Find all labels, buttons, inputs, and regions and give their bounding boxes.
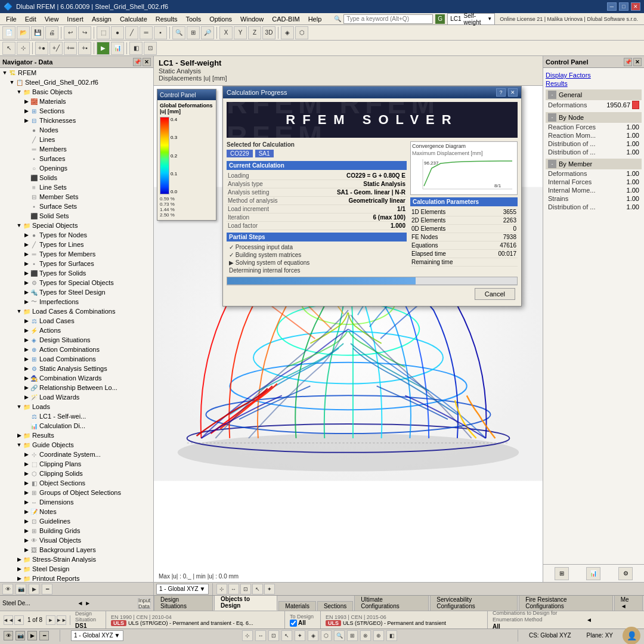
nav-icon-4[interactable]: ━	[42, 584, 52, 595]
user-avatar[interactable]: 👤	[623, 627, 640, 645]
view-3d-btn[interactable]: 3D	[262, 26, 275, 39]
status-mode-combo[interactable]: 1 - Global XYZ ▼	[71, 630, 123, 641]
add-node-btn[interactable]: +●	[35, 42, 48, 55]
tab-design-situations[interactable]: Design Situations	[154, 595, 213, 611]
maximize-button[interactable]: □	[619, 2, 628, 11]
status-icon-3[interactable]: ▶	[27, 631, 37, 640]
bt-3[interactable]: ⊡	[240, 584, 251, 595]
st-10[interactable]: ⊗	[360, 630, 371, 641]
add-line-btn[interactable]: +╱	[49, 42, 63, 55]
status-icon-1[interactable]: 👁	[4, 631, 13, 640]
cp-pin-btn[interactable]: 📌	[624, 58, 632, 66]
cp-results-link[interactable]: Results	[546, 80, 642, 87]
tree-group-selections[interactable]: ▶ ⊞ Groups of Object Selections	[0, 488, 153, 497]
cp-bymember-header[interactable]: - By Member	[546, 159, 642, 169]
nav-pin-btn[interactable]: 📌	[133, 58, 141, 66]
results-btn[interactable]: 📊	[111, 42, 124, 55]
tree-surfsets[interactable]: ▪ Surface Sets	[0, 202, 153, 211]
menu-results[interactable]: Results	[152, 14, 181, 24]
tree-surfaces[interactable]: ▪ Surfaces	[0, 154, 153, 163]
tree-lc1[interactable]: ⚖ LC1 - Self-wei...	[0, 411, 153, 421]
pointer-btn[interactable]: ⊹	[17, 42, 30, 55]
st-8[interactable]: 🔍	[334, 630, 345, 641]
cp-chart-btn[interactable]: 📊	[586, 567, 600, 580]
st-3[interactable]: ⊡	[268, 630, 279, 641]
cp-bynode-header[interactable]: - By Node	[546, 112, 642, 123]
view-y-btn[interactable]: Y	[234, 26, 247, 39]
tree-calc-diagram[interactable]: 📊 Calculation Di...	[0, 421, 153, 431]
page-last-btn[interactable]: ►►	[57, 615, 66, 625]
tree-loads[interactable]: ▼ 📁 Loads	[0, 402, 153, 411]
menu-help[interactable]: Help	[305, 14, 326, 24]
cp-table-btn[interactable]: ⊞	[555, 567, 569, 580]
new-btn[interactable]: 📄	[2, 26, 16, 39]
member-btn[interactable]: ═	[140, 26, 153, 39]
st-7[interactable]: ⬡	[321, 630, 332, 641]
tree-special-objects[interactable]: ▼ 📁 Special Objects	[0, 221, 153, 230]
menu-tools[interactable]: Tools	[182, 14, 205, 24]
tree-guidelines[interactable]: ▶ ⊡ Guidelines	[0, 516, 153, 526]
tab-sections[interactable]: Sections	[317, 601, 353, 611]
viewport[interactable]: Max |u| : 0._ | min |u| : 0.0 mm Calcula…	[154, 86, 543, 582]
tree-types-solids[interactable]: ▶ ⬛ Types for Solids	[0, 268, 153, 278]
tree-types-special[interactable]: ▶ ⚙ Types for Special Objects	[0, 278, 153, 287]
tree-types-members[interactable]: ▶ ═ Types for Members	[0, 249, 153, 259]
bt-5[interactable]: ✦	[264, 584, 275, 595]
tree-types-surfaces[interactable]: ▶ ▪ Types for Surfaces	[0, 259, 153, 268]
minimize-button[interactable]: ─	[607, 2, 617, 11]
cursor-btn[interactable]: ↖	[2, 42, 16, 55]
tab-objects-design[interactable]: Objects to Design	[214, 595, 277, 611]
st-4[interactable]: ↖	[281, 630, 292, 641]
open-btn[interactable]: 📂	[17, 26, 30, 39]
page-prev-btn[interactable]: ◄	[14, 615, 24, 625]
dialog-help-btn[interactable]: ?	[496, 88, 506, 97]
tree-relation[interactable]: ▶ 🔗 Relationship Between Lo...	[0, 383, 153, 392]
page-next-btn[interactable]: ►	[46, 615, 55, 625]
menu-edit[interactable]: Edit	[21, 14, 40, 24]
tree-openings[interactable]: ○ Openings	[0, 163, 153, 173]
tree-types-nodes[interactable]: ▶ ● Types for Nodes	[0, 230, 153, 240]
menu-insert[interactable]: Insert	[63, 14, 87, 24]
tree-combo-wizards[interactable]: ▶ 🧙 Combination Wizards	[0, 373, 153, 383]
nav-icon-1[interactable]: 👁	[2, 584, 13, 595]
st-6[interactable]: ◈	[308, 630, 318, 641]
lc-combo[interactable]: LC1 Self-weight ▼	[447, 13, 495, 25]
menu-window[interactable]: Window	[237, 14, 267, 24]
nav-close-btn[interactable]: ✕	[143, 58, 151, 66]
tree-guide-objects[interactable]: ▼ 📁 Guide Objects	[0, 440, 153, 450]
cp-display-factors-link[interactable]: Display Factors	[546, 72, 642, 79]
tree-load-cases-item[interactable]: ▶ ⚖ Load Cases	[0, 316, 153, 326]
add-surface-btn[interactable]: +▪	[78, 42, 91, 55]
input-data-btn[interactable]: Input Data	[138, 598, 151, 609]
undo-btn[interactable]: ↩	[64, 26, 77, 39]
cancel-button[interactable]: Cancel	[475, 288, 515, 300]
dialog-close-btn[interactable]: ✕	[508, 88, 518, 97]
tree-membersets[interactable]: ⊟ Member Sets	[0, 192, 153, 202]
tree-thicknesses[interactable]: ▶ ⊟ Thicknesses	[0, 116, 153, 125]
st-9[interactable]: ⊞	[347, 630, 358, 641]
tree-printout[interactable]: ▶ 📁 Printout Reports	[0, 574, 153, 582]
search-input[interactable]	[343, 14, 433, 24]
menu-file[interactable]: File	[2, 14, 20, 24]
tree-materials[interactable]: ▶ 🧱 Materials	[0, 97, 153, 106]
st-12[interactable]: ◧	[386, 630, 397, 641]
cp-close-btn[interactable]: ✕	[633, 58, 642, 66]
st-1[interactable]: ⊹	[242, 630, 253, 641]
st-2[interactable]: ↔	[255, 630, 266, 641]
tree-clipping-plans[interactable]: ▶ ⬚ Clipping Plans	[0, 459, 153, 469]
tree-visual-objects[interactable]: ▶ 👁 Visual Objects	[0, 535, 153, 545]
render-btn[interactable]: ◈	[281, 26, 294, 39]
view-z-btn[interactable]: Z	[248, 26, 261, 39]
tree-load-cases[interactable]: ▼ 📁 Load Cases & Combinations	[0, 306, 153, 316]
tree-clipping-solids[interactable]: ▶ ⬡ Clipping Solids	[0, 469, 153, 478]
menu-cadbim[interactable]: CAD-BIM	[268, 14, 303, 24]
cp-general-header[interactable]: - General	[546, 89, 642, 100]
tab-more[interactable]: Me ◄	[614, 595, 643, 611]
tree-nodes[interactable]: ● Nodes	[0, 125, 153, 135]
tree-design-sit[interactable]: ▶ ◈ Design Situations	[0, 335, 153, 345]
section-view-btn[interactable]: ◧	[129, 42, 143, 55]
st-5[interactable]: ✦	[295, 630, 305, 641]
tree-coord-sys[interactable]: ▶ ⊹ Coordinate System...	[0, 450, 153, 459]
tree-members[interactable]: ═ Members	[0, 144, 153, 154]
tree-results[interactable]: ▶ 📁 Results	[0, 431, 153, 440]
